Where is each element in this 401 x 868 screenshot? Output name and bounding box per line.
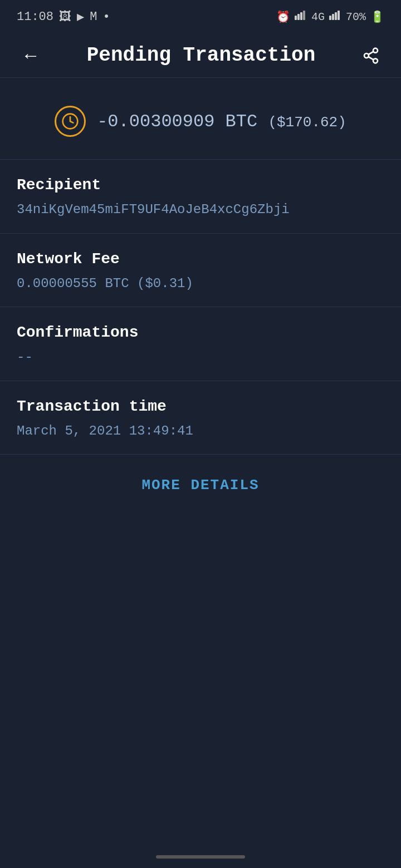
recipient-section: Recipient 34niKgVem45miFT9UF4AoJeB4xcCg6… xyxy=(0,160,401,234)
mail-icon: M xyxy=(90,10,97,24)
status-right: ⏰ 4G 70% 🔋 xyxy=(276,10,384,24)
more-details-section: MORE DETAILS xyxy=(0,455,401,516)
network-fee-label: Network Fee xyxy=(17,250,384,268)
svg-rect-0 xyxy=(295,16,297,20)
transaction-time-value: March 5, 2021 13:49:41 xyxy=(17,422,384,441)
pending-clock-icon xyxy=(55,106,86,137)
alarm-icon: ⏰ xyxy=(276,10,290,24)
svg-rect-5 xyxy=(332,14,334,20)
battery-percentage: 70% xyxy=(346,11,366,23)
status-bar: 11:08 🖼 ▶ M • ⏰ 4G 70% 🔋 xyxy=(0,0,401,33)
dot-indicator: • xyxy=(102,10,110,24)
recipient-address: 34niKgVem45miFT9UF4AoJeB4xcCg6Zbji xyxy=(17,200,384,219)
transaction-time-section: Transaction time March 5, 2021 13:49:41 xyxy=(0,381,401,455)
recipient-label: Recipient xyxy=(17,176,384,194)
svg-rect-6 xyxy=(335,12,337,20)
network-type: 4G xyxy=(311,11,325,23)
svg-line-12 xyxy=(368,51,373,54)
svg-rect-1 xyxy=(297,14,300,20)
back-button[interactable]: ← xyxy=(17,40,45,71)
signal-icon xyxy=(295,10,307,23)
network-fee-value: 0.00000555 BTC ($0.31) xyxy=(17,274,384,293)
battery-icon: 🔋 xyxy=(370,10,384,24)
video-icon: ▶ xyxy=(77,9,84,24)
status-time: 11:08 xyxy=(17,10,53,24)
svg-rect-4 xyxy=(329,16,331,20)
share-button[interactable] xyxy=(358,42,384,69)
svg-rect-3 xyxy=(303,11,305,20)
image-icon: 🖼 xyxy=(59,9,71,24)
home-indicator xyxy=(156,855,245,859)
transaction-time-label: Transaction time xyxy=(17,398,384,415)
svg-line-11 xyxy=(368,57,373,60)
signal-icon-2 xyxy=(329,10,341,23)
transaction-amount-usd: ($170.62) xyxy=(268,114,346,131)
transaction-amount-btc: -0.00300909 BTC ($170.62) xyxy=(97,111,346,132)
network-fee-section: Network Fee 0.00000555 BTC ($0.31) xyxy=(0,234,401,308)
confirmations-value: -- xyxy=(17,348,384,367)
bottom-navigation-bar xyxy=(0,846,401,868)
page-title: Pending Transaction xyxy=(87,44,315,67)
confirmations-label: Confirmations xyxy=(17,324,384,341)
status-left: 11:08 🖼 ▶ M • xyxy=(17,9,110,24)
svg-rect-7 xyxy=(338,11,340,20)
svg-rect-2 xyxy=(300,12,302,20)
amount-section: -0.00300909 BTC ($170.62) xyxy=(0,78,401,160)
more-details-button[interactable]: MORE DETAILS xyxy=(141,477,259,494)
confirmations-section: Confirmations -- xyxy=(0,307,401,381)
app-bar: ← Pending Transaction xyxy=(0,33,401,78)
